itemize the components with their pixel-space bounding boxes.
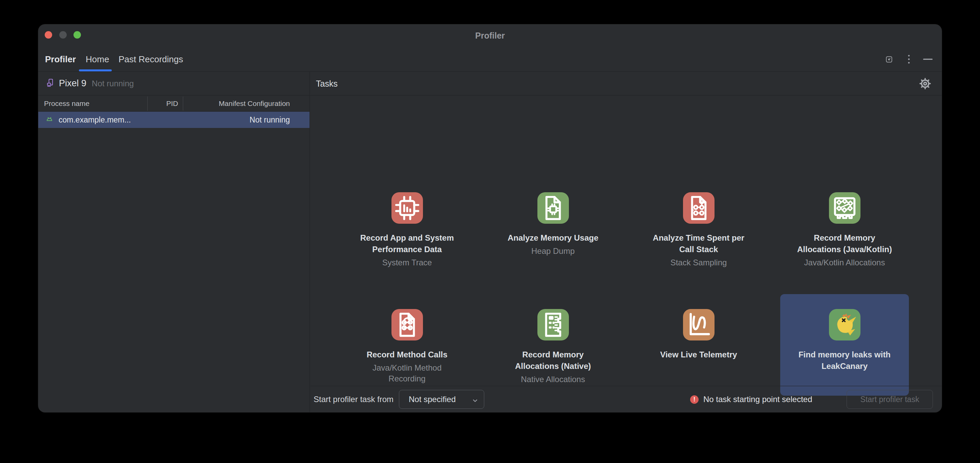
profiler-window: Profiler Profiler Home Past Recordings [38,24,942,412]
dropdown-value: Not specified [409,395,456,404]
task-card-system-trace[interactable]: Record App and System Performance Data S… [343,178,471,279]
task-title: Record Memory Allocations (Java/Kotlin) [795,232,894,255]
column-divider [183,97,183,111]
warning-group: ! No task starting point selected [690,386,812,412]
task-card-native-allocations[interactable]: Record Memory Allocations (Native) Nativ… [488,294,617,396]
device-name: Pixel 9 [59,78,86,89]
start-task-from-label: Start profiler task from [313,386,393,412]
phone-device-icon [46,78,55,89]
task-title: Record Method Calls [367,349,448,360]
start-profiler-task-button[interactable]: Start profiler task [846,390,933,409]
android-icon [45,115,54,125]
task-card-stack-sampling[interactable]: Analyze Time Spent per Call Stack Stack … [634,178,763,279]
device-row: Pixel 9 Not running [38,72,310,95]
tasks-panel: Tasks [310,72,942,412]
bottom-bar: Start profiler task from Not specified !… [310,386,942,412]
tool-window-label: Profiler [45,47,76,72]
process-table-header: Process name PID Manifest Configuration [38,95,310,112]
memory-graph-icon [829,192,861,224]
task-subtitle: System Trace [382,257,432,268]
tab-past-recordings[interactable]: Past Recordings [119,47,183,72]
task-card-leakcanary[interactable]: Find memory leaks with LeakCanary [780,294,909,396]
task-title: View Live Telemetry [660,349,737,360]
document-methods-icon [391,309,423,341]
task-subtitle: Native Allocations [521,374,585,385]
process-row-selected[interactable]: com.example.mem... Not running [38,112,310,128]
dock-window-icon[interactable] [885,47,893,72]
task-title: Record Memory Allocations (Native) [504,349,603,372]
task-card-method-recording[interactable]: Record Method Calls Java/Kotlin Method R… [343,294,471,396]
tab-home[interactable]: Home [86,47,109,72]
cpu-chart-icon [391,192,423,224]
warning-text: No task starting point selected [703,395,812,404]
task-subtitle: Stack Sampling [670,257,727,268]
column-manifest-configuration[interactable]: Manifest Configuration [219,95,290,112]
starting-point-dropdown[interactable]: Not specified [399,390,484,409]
process-name: com.example.mem... [59,116,131,125]
task-title: Analyze Time Spent per Call Stack [651,232,746,255]
memory-module-icon [537,309,569,341]
task-title: Analyze Memory Usage [508,232,598,244]
active-tab-indicator [79,70,112,71]
leakcanary-bird-icon [829,309,861,341]
column-process-name[interactable]: Process name [44,95,89,112]
desktop-background: Profiler Profiler Home Past Recordings [0,0,980,463]
task-subtitle: Java/Kotlin Allocations [804,257,885,268]
column-divider [147,97,148,111]
line-chart-icon [682,309,715,341]
device-status: Not running [92,79,134,88]
chevron-down-icon [472,396,479,406]
task-title: Record App and System Performance Data [356,232,458,255]
kebab-menu-icon[interactable] [906,47,912,72]
tasks-title: Tasks [316,72,337,95]
task-card-java-kotlin-allocations[interactable]: Record Memory Allocations (Java/Kotlin) … [780,178,909,279]
process-manifest-status: Not running [250,116,290,125]
titlebar[interactable]: Profiler [38,24,942,47]
process-list-panel: Pixel 9 Not running Process name PID Man… [38,72,310,412]
task-title: Find memory leaks with LeakCanary [790,349,899,372]
hide-window-icon[interactable] [923,47,933,72]
gear-icon[interactable] [919,77,932,90]
error-icon: ! [690,395,698,404]
column-pid[interactable]: PID [166,95,178,112]
document-callgraph-icon [682,192,715,224]
task-subtitle: Heap Dump [531,246,575,257]
task-card-live-telemetry[interactable]: View Live Telemetry [634,294,763,396]
tasks-header: Tasks [310,72,942,95]
task-subtitle: Java/Kotlin Method Recording [366,363,448,384]
document-chip-icon [537,192,569,224]
task-card-heap-dump[interactable]: Analyze Memory Usage Heap Dump [488,178,617,279]
window-title: Profiler [38,24,942,47]
tab-bar: Profiler Home Past Recordings [38,47,942,72]
